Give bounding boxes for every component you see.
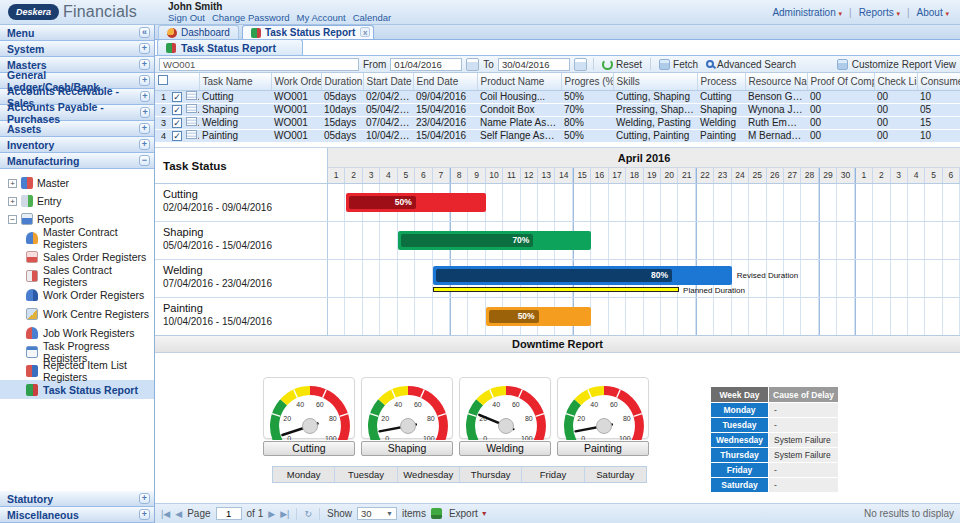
col-check-list[interactable]: Check List: [874, 73, 917, 90]
row-detail-icon[interactable]: [186, 117, 197, 126]
sidebar-item-statutory[interactable]: Statutory+: [0, 491, 154, 507]
weekday-friday[interactable]: Friday: [522, 467, 584, 482]
collapse-sidebar-icon[interactable]: «: [139, 27, 150, 38]
export-button[interactable]: Export ▼: [447, 508, 490, 519]
sidebar-item-master-contract-registers[interactable]: Master Contract Registers: [0, 228, 154, 247]
row-detail-icon[interactable]: [186, 130, 197, 139]
work-order-search-input[interactable]: [159, 58, 359, 71]
page-size-select[interactable]: 30 ▼: [357, 507, 397, 520]
sidebar-item-sales-contract-registers[interactable]: Sales Contract Registers: [0, 266, 154, 285]
expander-icon[interactable]: −: [8, 215, 17, 224]
fetch-button[interactable]: Fetch: [657, 59, 700, 70]
tree-node-master[interactable]: +Master: [0, 174, 154, 192]
expand-section-icon[interactable]: +: [139, 75, 150, 86]
to-date-input[interactable]: [498, 58, 570, 71]
user-link-sign-out[interactable]: Sign Out: [168, 12, 205, 23]
table-row[interactable]: 2✓ShapingWO00110days05/04/201615/04/2016…: [155, 103, 960, 116]
expand-section-icon[interactable]: +: [139, 493, 150, 504]
col-start-date[interactable]: Start Date: [363, 73, 413, 90]
nav-reports[interactable]: Reports ▾: [856, 7, 903, 18]
collapse-section-icon[interactable]: −: [139, 155, 150, 166]
from-date-input[interactable]: [390, 58, 462, 71]
sidebar-item-work-order-registers[interactable]: Work Order Registers: [0, 285, 154, 304]
close-tab-icon[interactable]: x: [360, 27, 370, 37]
expand-section-icon[interactable]: +: [139, 139, 150, 150]
gauge-label-button[interactable]: Painting: [557, 441, 649, 456]
tab-task-status-report[interactable]: Task Status Report x: [242, 25, 374, 39]
col-duration[interactable]: Duration: [321, 73, 363, 90]
expand-section-icon[interactable]: +: [139, 43, 150, 54]
sidebar-item-rejected-item-list-registers[interactable]: Rejected Item List Registers: [0, 361, 154, 380]
expander-icon[interactable]: +: [8, 179, 17, 188]
table-row[interactable]: 3✓WeldingWO00115days07/04/201623/04/2016…: [155, 116, 960, 129]
refresh-icon[interactable]: ↻: [304, 509, 312, 519]
table-row[interactable]: 4✓PaintingWO00105days10/04/201615/04/201…: [155, 129, 960, 142]
nav-about[interactable]: About ▾: [914, 7, 952, 18]
col-consume-qty[interactable]: Consume Qty: [917, 73, 960, 90]
col-work-order-id[interactable]: Work Order ID: [271, 73, 321, 90]
gantt-bar-welding[interactable]: 80%: [433, 266, 731, 285]
gantt-bar-painting[interactable]: 50%: [486, 307, 591, 326]
col-product-name[interactable]: Product Name: [477, 73, 561, 90]
weekday-wednesday[interactable]: Wednesday: [398, 467, 460, 482]
weekday-thursday[interactable]: Thursday: [460, 467, 522, 482]
col-proof-of-completion[interactable]: Proof Of Completion: [807, 73, 874, 90]
expand-section-icon[interactable]: +: [139, 123, 150, 134]
sidebar-item-accounts-payable-purchases[interactable]: Accounts Payable - Purchases+: [0, 105, 154, 121]
sidebar-item-system[interactable]: System+: [0, 41, 154, 57]
expand-section-icon[interactable]: +: [139, 59, 150, 70]
panel-tab-task-status-report[interactable]: Task Status Report: [157, 39, 303, 55]
col-skills[interactable]: Skills: [613, 73, 697, 90]
user-link-calendar[interactable]: Calendar: [353, 12, 392, 23]
col-process[interactable]: Process: [697, 73, 745, 90]
select-all-checkbox[interactable]: [158, 75, 168, 85]
sidebar-item-manufacturing[interactable]: Manufacturing −: [0, 153, 154, 169]
customize-report-view-button[interactable]: Customize Report View: [837, 59, 956, 70]
sidebar-item-task-status-report[interactable]: Task Status Report: [0, 380, 154, 399]
expand-section-icon[interactable]: +: [140, 91, 150, 102]
sidebar-item-miscellaneous[interactable]: Miscellaneous+: [0, 507, 154, 523]
gantt-bar-cutting[interactable]: 50%: [346, 193, 486, 212]
row-checkbox[interactable]: ✓: [172, 131, 182, 141]
weekday-tuesday[interactable]: Tuesday: [335, 467, 397, 482]
planned-duration-bar[interactable]: [433, 287, 679, 292]
weekday-saturday[interactable]: Saturday: [585, 467, 646, 482]
gauge-label-button[interactable]: Shaping: [361, 441, 453, 456]
first-page-icon[interactable]: |◀: [161, 509, 170, 519]
expand-section-icon[interactable]: +: [140, 107, 150, 118]
gauge-label-button[interactable]: Cutting: [263, 441, 355, 456]
row-checkbox[interactable]: ✓: [172, 105, 182, 115]
reset-button[interactable]: Reset: [600, 59, 644, 70]
user-link-my-account[interactable]: My Account: [297, 12, 346, 23]
col-task-name[interactable]: Task Name: [199, 73, 271, 90]
from-calendar-icon[interactable]: [466, 58, 479, 71]
sidebar-item-inventory[interactable]: Inventory+: [0, 137, 154, 153]
prev-page-icon[interactable]: ◀: [175, 509, 182, 519]
sidebar-menu-header[interactable]: Menu «: [0, 25, 154, 41]
next-page-icon[interactable]: ▶: [268, 509, 275, 519]
last-page-icon[interactable]: ▶|: [280, 509, 289, 519]
row-detail-icon[interactable]: [186, 91, 197, 100]
row-checkbox[interactable]: ✓: [172, 118, 182, 128]
tree-node-entry[interactable]: +Entry: [0, 192, 154, 210]
user-link-change-password[interactable]: Change Password: [212, 12, 290, 23]
col-progress[interactable]: Progres (%): [561, 73, 613, 90]
table-row[interactable]: 1✓CuttingWO00105days02/04/201609/04/2016…: [155, 90, 960, 103]
to-calendar-icon[interactable]: [574, 58, 587, 71]
advanced-search-button[interactable]: Advanced Search: [704, 59, 798, 70]
page-number-input[interactable]: [216, 507, 242, 520]
row-detail-icon[interactable]: [186, 104, 197, 113]
col-end-date[interactable]: End Date: [413, 73, 477, 90]
sidebar-item-work-centre-registers[interactable]: Work Centre Registers: [0, 304, 154, 323]
grid-cell: [609, 184, 626, 221]
expander-icon[interactable]: +: [8, 197, 17, 206]
row-checkbox[interactable]: ✓: [172, 92, 182, 102]
expand-section-icon[interactable]: +: [139, 509, 150, 520]
weekday-monday[interactable]: Monday: [273, 467, 335, 482]
tab-dashboard[interactable]: Dashboard: [158, 25, 239, 39]
col-resource-name[interactable]: Resource Name: [745, 73, 807, 90]
gantt-task-range: 02/04/2016 - 09/04/2016: [163, 202, 327, 213]
gauge-label-button[interactable]: Welding: [459, 441, 551, 456]
nav-administration[interactable]: Administration ▾: [769, 7, 845, 18]
gantt-bar-shaping[interactable]: 70%: [398, 231, 591, 250]
